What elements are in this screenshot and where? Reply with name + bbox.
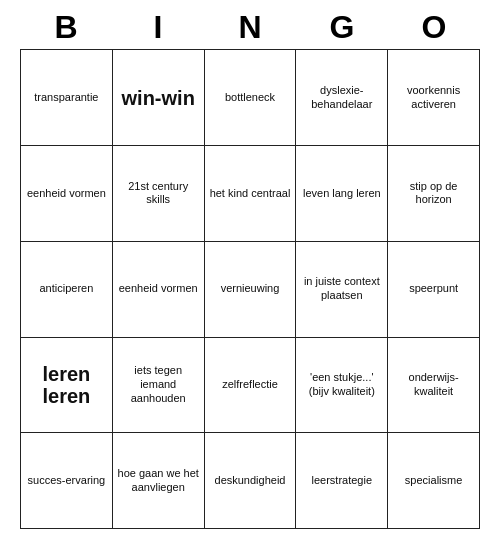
bingo-cell: vernieuwing (205, 242, 297, 338)
bingo-grid: transparantiewin-winbottleneckdyslexie-b… (20, 49, 480, 529)
bingo-cell: win-win (113, 50, 205, 146)
bingo-cell: 'een stukje...' (bijv kwaliteit) (296, 338, 388, 434)
bingo-cell: bottleneck (205, 50, 297, 146)
bingo-cell: het kind centraal (205, 146, 297, 242)
header-letter: I (112, 10, 204, 45)
bingo-cell: stip op de horizon (388, 146, 480, 242)
header-letter: O (388, 10, 480, 45)
bingo-cell: speerpunt (388, 242, 480, 338)
bingo-cell: iets tegen iemand aanhouden (113, 338, 205, 434)
bingo-cell: specialisme (388, 433, 480, 529)
bingo-cell: 21st century skills (113, 146, 205, 242)
bingo-cell: eenheid vormen (21, 146, 113, 242)
bingo-cell: leren leren (21, 338, 113, 434)
header-letter: B (20, 10, 112, 45)
bingo-cell: voorkennis activeren (388, 50, 480, 146)
bingo-cell: eenheid vormen (113, 242, 205, 338)
bingo-cell: zelfreflectie (205, 338, 297, 434)
bingo-cell: onderwijs-kwaliteit (388, 338, 480, 434)
bingo-cell: transparantie (21, 50, 113, 146)
bingo-cell: leven lang leren (296, 146, 388, 242)
bingo-cell: in juiste context plaatsen (296, 242, 388, 338)
bingo-cell: dyslexie-behandelaar (296, 50, 388, 146)
bingo-cell: anticiperen (21, 242, 113, 338)
bingo-cell: leerstrategie (296, 433, 388, 529)
bingo-header: BINGO (20, 10, 480, 45)
header-letter: N (204, 10, 296, 45)
bingo-cell: hoe gaan we het aanvliegen (113, 433, 205, 529)
header-letter: G (296, 10, 388, 45)
bingo-cell: succes-ervaring (21, 433, 113, 529)
bingo-cell: deskundigheid (205, 433, 297, 529)
